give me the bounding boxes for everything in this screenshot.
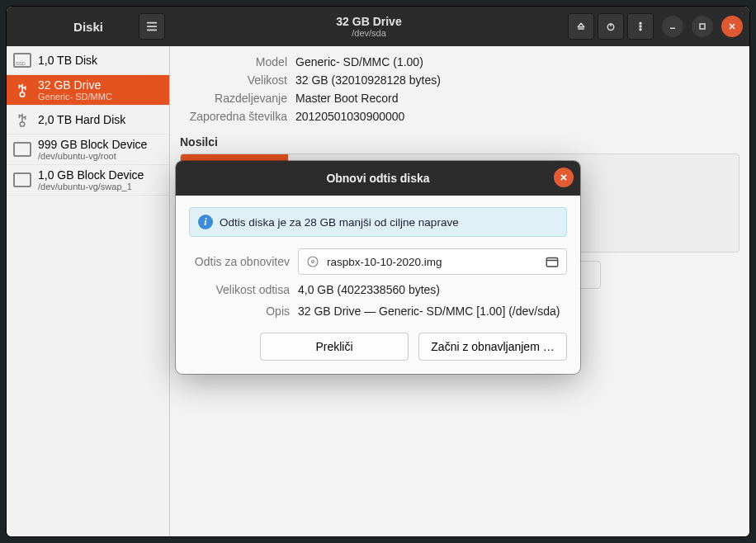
value: 20120501030900000: [295, 110, 404, 123]
eject-icon: [576, 21, 586, 31]
open-folder-icon: [545, 254, 560, 269]
app-title-area: Diski: [7, 7, 170, 46]
header-center: 32 GB Drive /dev/sda: [170, 15, 568, 38]
more-button[interactable]: [627, 13, 654, 40]
menu-button[interactable]: [139, 13, 165, 40]
device-icon: [12, 79, 33, 101]
device-item[interactable]: 32 GB Drive Generic- SD/MMC: [7, 75, 169, 106]
info-text: Odtis diska je za 28 GB manjši od ciljne…: [220, 216, 459, 229]
image-size-row: Velikost odtisa 4,0 GB (4022338560 bytes…: [189, 283, 567, 296]
dialog-title: Obnovi odtis diska: [326, 172, 429, 185]
hamburger-icon: [146, 21, 158, 32]
dialog-buttons: Prekliči Začni z obnavljanjem …: [189, 333, 567, 361]
device-text: 2,0 TB Hard Disk: [38, 113, 125, 126]
device-subtitle: /dev/ubuntu-vg/root: [38, 151, 147, 161]
device-subtitle: /dev/ubuntu-vg/swap_1: [38, 182, 144, 191]
window-close-button[interactable]: [721, 16, 743, 37]
close-icon: [560, 173, 568, 182]
power-icon: [606, 21, 616, 31]
device-sidebar: SSD 1,0 TB Disk 32 GB Drive Generic- SD/…: [7, 46, 170, 536]
device-text: 1,0 TB Disk: [38, 54, 97, 67]
info-banner: i Odtis diska je za 28 GB manjši od cilj…: [189, 207, 567, 237]
device-item[interactable]: SSD 1,0 TB Disk: [7, 46, 169, 75]
device-text: 1,0 GB Block Device /dev/ubuntu-vg/swap_…: [38, 168, 144, 191]
dialog-titlebar: Obnovi odtis diska: [176, 161, 580, 196]
device-name: 32 GB Drive: [38, 78, 112, 92]
label: Opis: [189, 305, 290, 318]
file-chooser[interactable]: raspbx-10-10-2020.img: [298, 248, 567, 275]
drive-title: 32 GB Drive: [170, 15, 568, 28]
device-text: 999 GB Block Device /dev/ubuntu-vg/root: [38, 138, 147, 161]
svg-rect-4: [700, 24, 705, 29]
device-name: 1,0 TB Disk: [38, 54, 97, 67]
value: 4,0 GB (4022338560 bytes): [298, 283, 567, 296]
eject-button[interactable]: [568, 13, 594, 40]
value: Master Boot Record: [295, 92, 399, 105]
device-item[interactable]: 2,0 TB Hard Disk: [7, 106, 169, 135]
value: 32 GB Drive — Generic- SD/MMC [1.00] (/d…: [298, 305, 567, 318]
minimize-icon: [668, 21, 678, 31]
maximize-button[interactable]: [692, 16, 713, 37]
header-actions: [568, 13, 749, 40]
restore-dialog: Obnovi odtis diska i Odtis diska je za 2…: [176, 161, 580, 374]
info-size: Velikost 32 GB (32010928128 bytes): [180, 71, 739, 89]
svg-point-3: [640, 29, 641, 31]
image-chooser-row: Odtis za obnovitev raspbx-10-10-2020.img: [189, 248, 567, 275]
svg-point-8: [312, 261, 314, 263]
value: Generic- SD/MMC (1.00): [295, 55, 423, 68]
power-button[interactable]: [598, 13, 624, 40]
app-title: Diski: [73, 20, 103, 34]
svg-point-6: [20, 122, 25, 127]
svg-point-2: [640, 26, 641, 27]
kebab-icon: [636, 21, 645, 31]
dialog-body: i Odtis diska je za 28 GB manjši od cilj…: [176, 196, 580, 374]
label: Zaporedna številka: [180, 110, 287, 123]
device-name: 1,0 GB Block Device: [38, 168, 144, 182]
cancel-button[interactable]: Prekliči: [260, 333, 409, 361]
label: Razdeljevanje: [180, 92, 287, 105]
maximize-icon: [697, 21, 707, 31]
device-item[interactable]: 999 GB Block Device /dev/ubuntu-vg/root: [7, 135, 169, 165]
description-row: Opis 32 GB Drive — Generic- SD/MMC [1.00…: [189, 305, 567, 318]
svg-point-7: [308, 257, 318, 267]
svg-rect-9: [546, 258, 558, 267]
device-icon: [12, 139, 33, 160]
selected-filename: raspbx-10-10-2020.img: [327, 256, 538, 268]
label: Model: [180, 55, 287, 68]
device-icon: [12, 169, 33, 191]
minimize-button[interactable]: [662, 16, 683, 37]
device-text: 32 GB Drive Generic- SD/MMC: [38, 78, 112, 102]
close-icon: [727, 21, 737, 31]
label: Odtis za obnovitev: [189, 255, 290, 268]
device-subtitle: Generic- SD/MMC: [38, 92, 112, 102]
titlebar: Diski 32 GB Drive /dev/sda: [7, 7, 749, 46]
device-icon: [12, 109, 33, 130]
label: Velikost odtisa: [189, 283, 290, 296]
value: 32 GB (32010928128 bytes): [295, 73, 441, 87]
dialog-close-button[interactable]: [554, 168, 574, 187]
info-model: Model Generic- SD/MMC (1.00): [180, 53, 739, 71]
device-name: 2,0 TB Hard Disk: [38, 113, 125, 126]
label: Velikost: [180, 73, 287, 87]
svg-point-1: [640, 22, 641, 24]
drive-path: /dev/sda: [170, 28, 568, 38]
start-restore-button[interactable]: Začni z obnavljanjem …: [418, 333, 567, 361]
svg-point-5: [20, 92, 25, 97]
info-icon: i: [198, 215, 213, 229]
device-icon: SSD: [12, 50, 33, 71]
info-partitioning: Razdeljevanje Master Boot Record: [180, 89, 739, 107]
device-item[interactable]: 1,0 GB Block Device /dev/ubuntu-vg/swap_…: [7, 165, 169, 196]
info-serial: Zaporedna številka 20120501030900000: [180, 107, 739, 125]
volumes-heading: Nosilci: [180, 135, 739, 149]
disk-image-icon: [305, 254, 320, 269]
device-name: 999 GB Block Device: [38, 138, 147, 151]
